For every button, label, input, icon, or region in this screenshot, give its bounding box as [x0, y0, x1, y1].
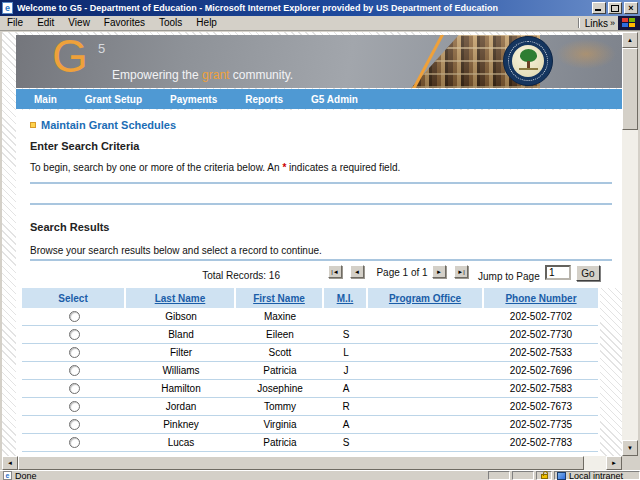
search-results-instruction: Browse your search results below and sel… [30, 245, 322, 256]
menu-file[interactable]: File [0, 16, 30, 30]
minimize-button[interactable] [592, 2, 606, 14]
scroll-left-button[interactable]: ◄ [2, 456, 18, 470]
status-bar: e Done Local intranet [0, 470, 640, 480]
table-row: Jordan Tommy R 202-502-7673 [22, 398, 598, 416]
restore-button[interactable] [608, 2, 622, 14]
scroll-down-button[interactable]: ▼ [622, 440, 638, 456]
banner-scribble-art [556, 39, 616, 69]
middle-initial-cell: A [324, 380, 368, 397]
column-header-first-name[interactable]: First Name [236, 288, 324, 308]
chevron-double-icon[interactable]: » [610, 18, 618, 28]
banner-tagline: Empowering the grant community. [112, 68, 293, 82]
middle-initial-cell: J [324, 362, 368, 379]
program-office-cell [368, 308, 484, 325]
close-button[interactable]: × [624, 2, 638, 14]
horizontal-scrollbar[interactable]: ◄ ► [2, 456, 622, 470]
middle-initial-cell [324, 308, 368, 325]
section-divider [30, 203, 612, 205]
select-radio[interactable] [69, 347, 80, 358]
menu-edit[interactable]: Edit [30, 16, 61, 30]
select-radio[interactable] [69, 383, 80, 394]
table-row: Filter Scott L 202-502-7533 [22, 344, 598, 362]
search-results-title: Search Results [30, 221, 109, 233]
horizontal-scroll-thumb[interactable] [18, 456, 584, 470]
total-records-label: Total Records: 16 [160, 270, 280, 281]
column-header-last-name[interactable]: Last Name [126, 288, 236, 308]
section-divider [30, 259, 612, 261]
program-office-cell [368, 398, 484, 415]
first-name-cell: Patricia [236, 362, 324, 379]
browser-window: e Welcome to G5 - Department of Educatio… [0, 0, 640, 480]
ie-logo-icon: e [2, 2, 13, 14]
g5-logo-sup: 5 [98, 41, 105, 56]
menu-help[interactable]: Help [189, 16, 224, 30]
menu-favorites[interactable]: Favorites [97, 16, 152, 30]
window-title: Welcome to G5 - Department of Education … [17, 3, 588, 13]
vertical-scroll-thumb[interactable] [622, 48, 638, 130]
pagination-bar: Total Records: 16 |◄ ◄ Page 1 of 1 ► ►| … [30, 263, 612, 287]
program-office-cell [368, 380, 484, 397]
menu-tools[interactable]: Tools [152, 16, 189, 30]
nav-item-reports[interactable]: Reports [245, 94, 283, 105]
scrollbar-corner [622, 456, 638, 470]
search-results-table: SelectLast NameFirst NameM.I.Program Off… [22, 288, 598, 452]
phone-number-cell: 202-502-7696 [484, 362, 598, 379]
vertical-scrollbar[interactable]: ▲ ▼ [622, 32, 638, 456]
first-page-button[interactable]: |◄ [328, 265, 342, 278]
throbber-icon [618, 16, 640, 30]
select-radio[interactable] [69, 437, 80, 448]
program-office-cell [368, 362, 484, 379]
links-label[interactable]: Links [583, 18, 610, 29]
bullet-square-icon [30, 122, 36, 128]
nav-item-payments[interactable]: Payments [170, 94, 217, 105]
column-header-select[interactable]: Select [22, 288, 126, 308]
table-row: Hamilton Josephine A 202-502-7583 [22, 380, 598, 398]
select-cell [22, 362, 126, 379]
column-header-program-office[interactable]: Program Office [368, 288, 484, 308]
security-panel [536, 471, 552, 480]
previous-page-button[interactable]: ◄ [350, 265, 364, 278]
menu-view[interactable]: View [61, 16, 97, 30]
scroll-right-button[interactable]: ► [606, 456, 622, 470]
last-name-cell: Gibson [126, 308, 236, 325]
nav-item-grant-setup[interactable]: Grant Setup [85, 94, 142, 105]
select-radio[interactable] [69, 419, 80, 430]
column-header-phone-number[interactable]: Phone Number [484, 288, 598, 308]
scroll-up-button[interactable]: ▲ [622, 32, 638, 48]
column-header-m-i[interactable]: M.I. [324, 288, 368, 308]
last-page-button[interactable]: ►| [454, 265, 468, 278]
first-name-cell: Scott [236, 344, 324, 361]
nav-item-g5-admin[interactable]: G5 Admin [311, 94, 358, 105]
phone-number-cell: 202-502-7583 [484, 380, 598, 397]
middle-initial-cell: A [324, 416, 368, 433]
g5-banner: G 5 Empowering the grant community. [16, 35, 622, 88]
program-office-cell [368, 416, 484, 433]
go-button[interactable]: Go [576, 265, 600, 281]
security-zone-panel: Local intranet [554, 471, 640, 480]
links-toolbar: Links » [575, 16, 640, 30]
first-name-cell: Eileen [236, 326, 324, 343]
select-radio[interactable] [69, 401, 80, 412]
last-name-cell: Hamilton [126, 380, 236, 397]
page-viewport: G 5 Empowering the grant community. Main… [2, 32, 622, 456]
select-cell [22, 398, 126, 415]
page-status-icon: e [3, 471, 12, 480]
phone-number-cell: 202-502-7533 [484, 344, 598, 361]
first-name-cell: Josephine [236, 380, 324, 397]
table-row: Lucas Patricia S 202-502-7783 [22, 434, 598, 452]
menu-bar: FileEditViewFavoritesToolsHelp Links » [0, 16, 640, 30]
select-cell [22, 434, 126, 451]
next-page-button[interactable]: ► [432, 265, 446, 278]
page-indicator: Page 1 of 1 [374, 267, 430, 278]
last-name-cell: Lucas [126, 434, 236, 451]
last-name-cell: Bland [126, 326, 236, 343]
middle-initial-cell: S [324, 434, 368, 451]
select-radio[interactable] [69, 365, 80, 376]
security-zone-label: Local intranet [569, 471, 623, 480]
select-radio[interactable] [69, 329, 80, 340]
table-row: Gibson Maxine 202-502-7702 [22, 308, 598, 326]
jump-to-page-input[interactable] [545, 265, 571, 280]
page-title: Maintain Grant Schedules [41, 119, 176, 131]
select-radio[interactable] [69, 311, 80, 322]
nav-item-main[interactable]: Main [34, 94, 57, 105]
